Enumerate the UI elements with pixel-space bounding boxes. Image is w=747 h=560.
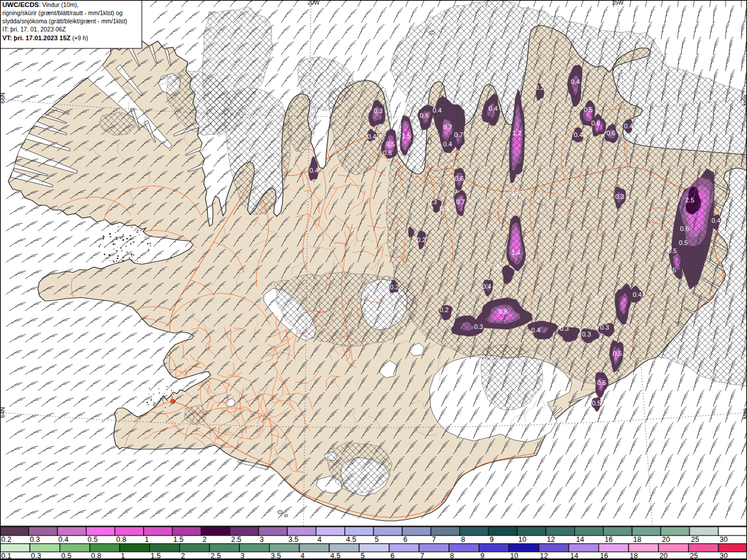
svg-text:0.2: 0.2 [417,236,425,243]
svg-text:0.2: 0.2 [535,84,544,91]
svg-text:0.4: 0.4 [488,105,497,112]
svg-text:0.4: 0.4 [711,217,720,224]
svg-text:0.4: 0.4 [482,283,491,290]
svg-text:1.2: 1.2 [511,189,520,196]
svg-text:0.3: 0.3 [428,198,437,205]
svg-text:1: 1 [145,536,149,544]
svg-text:4.5: 4.5 [346,536,356,544]
svg-text:0.6: 0.6 [455,175,463,182]
svg-text:0.5: 0.5 [613,350,622,357]
svg-text:0.6: 0.6 [680,225,689,232]
svg-text:0.5: 0.5 [597,379,606,386]
svg-text:64N: 64N [0,407,6,418]
svg-text:0.5: 0.5 [667,267,676,274]
svg-text:16: 16 [605,536,613,544]
svg-text:0.3: 0.3 [600,324,609,331]
svg-text:0.5: 0.5 [88,536,97,544]
svg-text:0.3: 0.3 [560,325,568,332]
svg-text:0.3: 0.3 [615,193,624,200]
svg-text:0.7: 0.7 [443,124,452,131]
svg-text:0.4: 0.4 [594,295,603,302]
svg-text:0.7: 0.7 [456,198,465,205]
svg-text:0.4: 0.4 [58,536,68,544]
svg-text:3: 3 [260,536,264,544]
svg-text:slydda/snjókoma (grátt/bleikt/: slydda/snjókoma (grátt/bleikt/grænt - mm… [2,18,127,24]
svg-text:0.4: 0.4 [633,291,641,298]
svg-text:0.4: 0.4 [571,78,580,85]
svg-text:18: 18 [633,536,641,544]
svg-text:10: 10 [518,536,526,544]
svg-text:6: 6 [403,536,407,544]
svg-text:VT: þri. 17.01.2023 15Z (+9 h): VT: þri. 17.01.2023 15Z (+9 h) [2,34,88,41]
svg-text:0.6: 0.6 [420,112,428,119]
svg-text:0.4: 0.4 [531,327,540,334]
svg-text:5: 5 [375,536,379,544]
svg-text:2.5: 2.5 [231,536,241,544]
svg-text:0.4: 0.4 [309,167,318,174]
svg-text:12: 12 [547,536,555,544]
svg-text:0.4: 0.4 [432,107,441,114]
svg-text:2.5: 2.5 [685,197,694,204]
svg-text:0.3: 0.3 [30,536,40,544]
svg-text:66N: 66N [0,93,6,103]
svg-text:0.5: 0.5 [386,141,395,148]
svg-text:rigning/skúrir (grænt/blátt/ra: rigning/skúrir (grænt/blátt/rautt - mm/1… [2,10,123,16]
svg-text:20W: 20W [308,0,320,6]
svg-text:0.2: 0.2 [1,536,11,544]
svg-text:0.4: 0.4 [367,133,376,140]
svg-text:0.7: 0.7 [454,131,463,138]
svg-text:0.2: 0.2 [439,306,448,313]
svg-text:30: 30 [720,536,728,544]
svg-text:0.3: 0.3 [374,107,382,114]
svg-text:9: 9 [490,536,494,544]
svg-text:0.4: 0.4 [381,125,389,132]
svg-text:IT: þri. 17. 01. 2023 06Z: IT: þri. 17. 01. 2023 06Z [2,26,66,33]
svg-text:20: 20 [662,536,670,544]
svg-text:0.3: 0.3 [582,331,591,338]
svg-text:0.5: 0.5 [679,239,687,246]
svg-text:0.4: 0.4 [574,131,582,138]
svg-text:0.8: 0.8 [498,308,507,315]
svg-text:UWC/ECDS: Vindur (10m),: UWC/ECDS: Vindur (10m), [2,1,79,8]
svg-text:0.2: 0.2 [390,284,399,290]
svg-text:7: 7 [432,536,436,544]
svg-text:0.4: 0.4 [624,123,633,130]
svg-text:1.5: 1.5 [173,536,183,544]
svg-text:2: 2 [203,536,207,544]
svg-text:1.2: 1.2 [512,130,521,136]
svg-text:0.6: 0.6 [606,130,615,136]
svg-text:3.5: 3.5 [288,536,298,544]
svg-text:0.5: 0.5 [592,400,601,407]
svg-text:0.4: 0.4 [443,141,452,148]
svg-text:1.5: 1.5 [402,132,410,139]
svg-text:0.3: 0.3 [439,205,448,212]
svg-text:0.3: 0.3 [491,263,500,270]
svg-text:4: 4 [317,536,322,544]
svg-text:0.8: 0.8 [116,536,126,544]
svg-text:0.5: 0.5 [584,106,592,113]
svg-text:0.6: 0.6 [591,120,600,127]
svg-text:0.6: 0.6 [383,149,392,156]
svg-text:1.4: 1.4 [511,249,520,256]
svg-text:25: 25 [691,536,699,544]
svg-text:0.3: 0.3 [392,114,400,121]
svg-text:0.5: 0.5 [668,247,676,254]
svg-text:8: 8 [461,536,465,544]
svg-text:14: 14 [576,536,584,544]
svg-text:0.3: 0.3 [474,323,483,330]
